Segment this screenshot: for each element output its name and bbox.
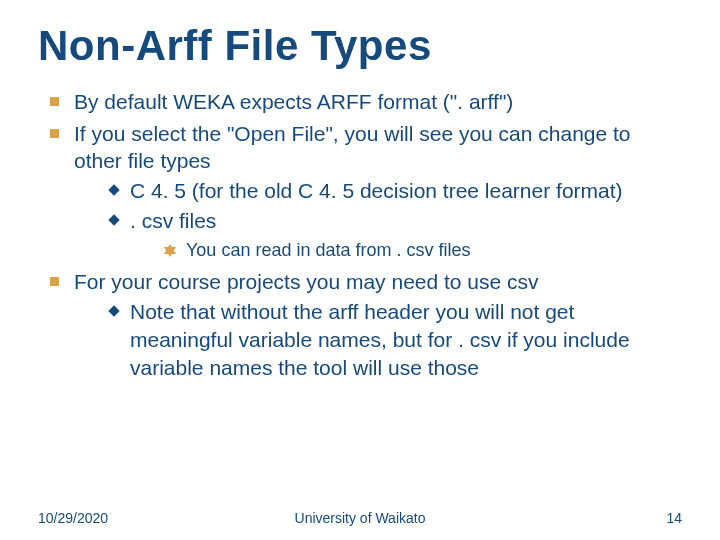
sub-sub-bullet-text: You can read in data from . csv files <box>186 240 470 260</box>
bullet-item: For your course projects you may need to… <box>44 268 682 381</box>
bullet-item: By default WEKA expects ARFF format (". … <box>44 88 682 116</box>
sub-bullet-item: C 4. 5 (for the old C 4. 5 decision tree… <box>106 177 682 205</box>
sub-bullet-text: . csv files <box>130 209 216 232</box>
bullet-text: For your course projects you may need to… <box>74 270 539 293</box>
slide-title: Non-Arff File Types <box>38 22 682 70</box>
footer: 10/29/2020 University of Waikato 14 <box>0 510 720 526</box>
footer-org: University of Waikato <box>0 510 720 526</box>
sub-sub-bullet-list: You can read in data from . csv files <box>130 239 682 263</box>
bullet-list: By default WEKA expects ARFF format (". … <box>38 88 682 381</box>
sub-bullet-text: C 4. 5 (for the old C 4. 5 decision tree… <box>130 179 623 202</box>
bullet-item: If you select the "Open File", you will … <box>44 120 682 263</box>
sub-bullet-text: Note that without the arff header you wi… <box>130 300 630 378</box>
sub-bullet-list: Note that without the arff header you wi… <box>74 298 682 381</box>
star-icon <box>164 244 176 256</box>
sub-bullet-list: C 4. 5 (for the old C 4. 5 decision tree… <box>74 177 682 262</box>
sub-bullet-item: Note that without the arff header you wi… <box>106 298 682 381</box>
bullet-text: By default WEKA expects ARFF format (". … <box>74 90 513 113</box>
bullet-text: If you select the "Open File", you will … <box>74 122 631 173</box>
sub-bullet-item: . csv files You can read in data from . … <box>106 207 682 262</box>
sub-sub-bullet-item: You can read in data from . csv files <box>164 239 682 263</box>
slide: Non-Arff File Types By default WEKA expe… <box>0 0 720 540</box>
